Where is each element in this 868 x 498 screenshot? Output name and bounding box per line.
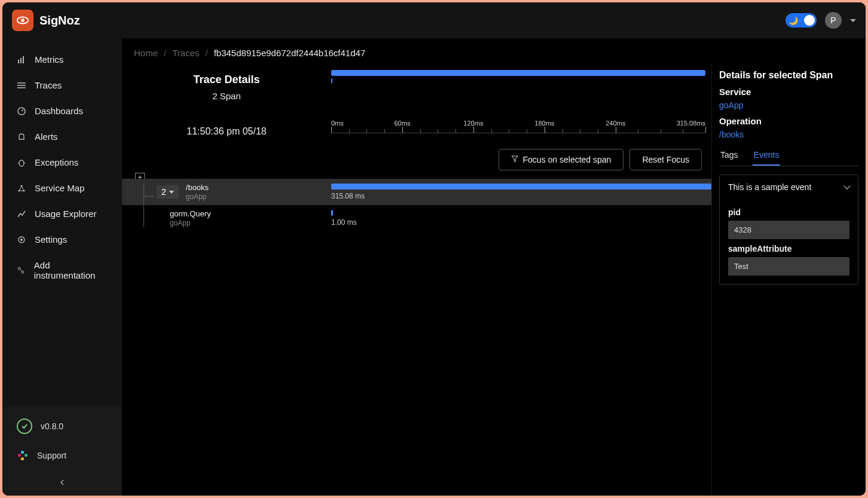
moon-icon: 🌙 xyxy=(788,16,798,25)
support-label: Support xyxy=(37,451,66,460)
ruler-label: 315.08ms xyxy=(677,120,705,127)
collapse-sidebar-button[interactable] xyxy=(2,469,122,496)
tab-events[interactable]: Events xyxy=(753,145,781,166)
dashboard-icon xyxy=(17,106,26,116)
ruler-label: 180ms xyxy=(534,120,554,127)
trace-span-count: 2 Span xyxy=(122,91,331,101)
span-row[interactable]: gorm.Query goApp 1.00 ms xyxy=(122,205,711,231)
breadcrumb-trace-id: fb345d8915e9d672df2444b16cf41d47 xyxy=(214,48,366,58)
avatar[interactable]: P xyxy=(825,12,842,29)
sidebar-item-add-instrumentation[interactable]: Add instrumentation xyxy=(2,252,122,288)
brand[interactable]: SigNoz xyxy=(12,10,80,31)
sidebar-item-settings[interactable]: Settings xyxy=(2,227,122,252)
svg-point-9 xyxy=(19,160,24,166)
slack-icon xyxy=(17,450,29,462)
flame-area: + 2 /books go xyxy=(122,179,711,231)
span-right: 1.00 ms xyxy=(331,205,711,231)
span-service: goApp xyxy=(170,219,211,227)
sidebar-bottom: v0.8.0 Support xyxy=(2,407,122,496)
service-link[interactable]: goApp xyxy=(719,100,858,110)
caret-down-icon xyxy=(169,191,174,194)
breadcrumb-traces[interactable]: Traces xyxy=(172,48,199,58)
brand-logo-icon xyxy=(12,10,33,31)
version-item[interactable]: v0.8.0 xyxy=(2,411,122,442)
nav-label: Service Map xyxy=(35,183,84,193)
span-left: gorm.Query goApp xyxy=(122,209,331,227)
operation-link[interactable]: /books xyxy=(719,130,858,139)
button-bar: Focus on selected span Reset Focus xyxy=(122,140,711,179)
ruler-label: 60ms xyxy=(394,120,410,127)
nav-label: Dashboards xyxy=(35,106,83,116)
list-icon xyxy=(17,81,26,90)
attr-value: Test xyxy=(728,257,849,276)
span-operation: gorm.Query xyxy=(170,209,211,218)
timeline-ruler: 0ms 60ms 120ms 180ms 240ms 315.08ms xyxy=(331,120,705,133)
attr-key: sampleAttribute xyxy=(728,244,849,253)
chevron-down-icon xyxy=(843,182,850,189)
toggle-knob xyxy=(804,15,815,26)
trace-title: Trace Details xyxy=(122,74,331,86)
app-frame: SigNoz 🌙 P Metrics Traces xyxy=(2,2,866,496)
sidebar-item-service-map[interactable]: Service Map xyxy=(2,175,122,201)
span-left: 2 /books goApp xyxy=(122,183,331,201)
breadcrumb-sep: / xyxy=(164,48,166,58)
bar-chart-icon xyxy=(17,55,26,65)
overview-tick xyxy=(331,78,332,83)
span-count-pill[interactable]: 2 xyxy=(157,185,179,198)
detail-tabs: Tags Events xyxy=(719,145,858,166)
svg-point-1 xyxy=(21,19,25,22)
version-label: v0.8.0 xyxy=(41,421,63,431)
side-nav: Metrics Traces Dashboards Alerts Excepti… xyxy=(2,38,122,407)
line-chart-icon xyxy=(17,209,26,219)
operation-label: Operation xyxy=(719,116,858,126)
details-title: Details for selected Span xyxy=(719,70,858,81)
brand-name: SigNoz xyxy=(39,14,80,28)
span-duration: 1.00 ms xyxy=(331,218,357,227)
support-item[interactable]: Support xyxy=(2,442,122,469)
span-info: /books goApp xyxy=(186,183,209,201)
body-area: Metrics Traces Dashboards Alerts Excepti… xyxy=(2,38,866,496)
main: Home / Traces / fb345d8915e9d672df2444b1… xyxy=(122,38,866,496)
svg-rect-3 xyxy=(20,58,22,63)
theme-toggle[interactable]: 🌙 xyxy=(786,13,817,28)
btn-label: Reset Focus xyxy=(642,155,689,164)
breadcrumb-sep: / xyxy=(205,48,207,58)
reset-focus-button[interactable]: Reset Focus xyxy=(629,149,702,170)
sidebar-item-metrics[interactable]: Metrics xyxy=(2,47,122,72)
svg-point-16 xyxy=(20,239,23,241)
sidebar-item-dashboards[interactable]: Dashboards xyxy=(2,98,122,124)
sidebar-item-usage-explorer[interactable]: Usage Explorer xyxy=(2,201,122,227)
breadcrumb-home[interactable]: Home xyxy=(134,48,158,58)
alert-icon xyxy=(17,132,26,142)
attr-key: pid xyxy=(728,207,849,217)
span-duration: 315.08 ms xyxy=(331,192,365,200)
nav-label: Usage Explorer xyxy=(35,209,96,219)
trace-timestamp: 11:50:36 pm 05/18 xyxy=(122,126,331,140)
sidebar-item-alerts[interactable]: Alerts xyxy=(2,124,122,149)
tab-tags[interactable]: Tags xyxy=(719,145,739,166)
nav-label: Add instrumentation xyxy=(34,260,108,280)
focus-span-button[interactable]: Focus on selected span xyxy=(499,149,624,170)
svg-rect-6 xyxy=(17,85,26,86)
span-row[interactable]: 2 /books goApp 315.08 ms xyxy=(122,179,711,205)
check-circle-icon xyxy=(17,418,32,434)
user-menu-caret-icon[interactable] xyxy=(850,19,856,22)
trace-area: Trace Details 2 Span 11:50:36 pm 05/18 0… xyxy=(122,63,711,496)
span-operation: /books xyxy=(186,183,209,192)
span-service: goApp xyxy=(186,193,209,201)
bug-icon xyxy=(17,158,26,167)
api-icon xyxy=(17,265,26,275)
overview-bar-area[interactable] xyxy=(331,70,705,84)
svg-rect-4 xyxy=(23,56,24,63)
trace-header-left: Trace Details 2 Span 11:50:36 pm 05/18 xyxy=(122,66,331,140)
span-right: 315.08 ms xyxy=(331,179,711,205)
sidebar-item-exceptions[interactable]: Exceptions xyxy=(2,149,122,175)
event-header[interactable]: This is a sample event xyxy=(720,175,858,199)
breadcrumb: Home / Traces / fb345d8915e9d672df2444b1… xyxy=(122,38,866,63)
sidebar-item-traces[interactable]: Traces xyxy=(2,72,122,98)
attr-value: 4328 xyxy=(728,221,849,239)
pill-count: 2 xyxy=(161,187,166,197)
nav-label: Exceptions xyxy=(35,157,78,167)
nav-label: Settings xyxy=(35,234,67,245)
nav-label: Metrics xyxy=(35,54,63,65)
